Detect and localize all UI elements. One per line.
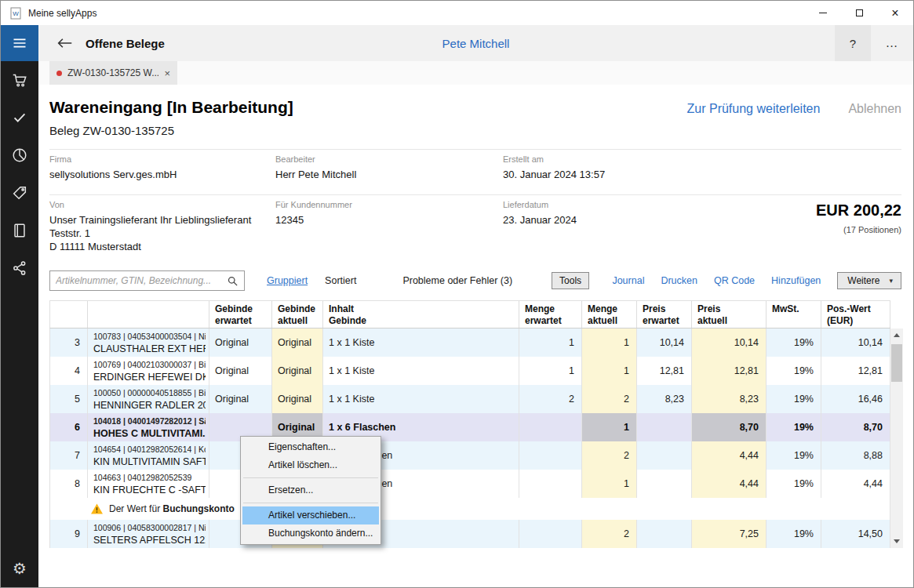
cell-preis-erwartet[interactable]: 12,81	[637, 357, 692, 385]
probleme-filter[interactable]: Probleme oder Fehler (3)	[402, 275, 512, 286]
cell-preis-aktuell[interactable]: 8,70	[692, 413, 767, 441]
cell-gebinde-aktuell[interactable]: Original	[272, 385, 323, 413]
close-button[interactable]: ×	[877, 1, 913, 25]
cell-menge-aktuell[interactable]: 1	[582, 470, 637, 498]
cell-mwst[interactable]: 19%	[767, 328, 821, 357]
cell-menge-aktuell[interactable]: 1	[582, 413, 637, 441]
cell-mwst[interactable]: 19%	[767, 441, 821, 470]
table-row-6[interactable]: 6104018 | 04001497282012 | Säft...HOHES …	[50, 413, 890, 441]
cell-gebinde-erwartet[interactable]: Original	[209, 328, 272, 357]
cell-preis-aktuell[interactable]: 10,14	[692, 328, 767, 357]
menu-item-artikel-loeschen[interactable]: Artikel löschen...	[242, 456, 379, 474]
cell-menge-aktuell[interactable]: 1	[582, 328, 637, 357]
cell-pos-wert[interactable]: 16,46	[821, 385, 890, 413]
cell-pos-wert[interactable]: 12,81	[821, 357, 890, 385]
reject-link[interactable]: Ablehnen	[848, 102, 901, 116]
cell-article[interactable]: 100050 | 00000040518855 | Bier...HENNING…	[88, 385, 209, 413]
tab-document[interactable]: ZW-0130-135725 W... ×	[49, 61, 177, 85]
cell-mwst[interactable]: 19%	[767, 357, 821, 385]
cell-menge-erwartet[interactable]	[519, 413, 582, 441]
menu-item-eigenschaften[interactable]: Eigenschaften...	[242, 438, 379, 456]
table-row-5[interactable]: 5100050 | 00000040518855 | Bier...HENNIN…	[50, 385, 890, 413]
drucken-link[interactable]: Drucken	[661, 275, 697, 286]
sidebar-item-prices[interactable]	[1, 174, 38, 212]
column-header-num[interactable]	[50, 301, 88, 328]
menu-item-ersetzen[interactable]: Ersetzen...	[242, 481, 379, 499]
sidebar-item-share[interactable]	[1, 249, 38, 287]
cell-preis-aktuell[interactable]: 4,44	[692, 470, 767, 498]
cell-gebinde-erwartet[interactable]: Original	[209, 385, 272, 413]
cell-article[interactable]: 100769 | 04002103000037 | Bier...ERDINGE…	[88, 357, 209, 385]
cell-article[interactable]: 104663 | 04012982052539KIN FRUECHTE C -S…	[88, 470, 209, 498]
sidebar-item-journal[interactable]	[1, 212, 38, 249]
hinzufuegen-link[interactable]: Hinzufügen	[771, 275, 821, 286]
table-row-3[interactable]: 3100783 | 04053400003504 | Nich...CLAUST…	[50, 328, 890, 357]
minimize-button[interactable]	[805, 1, 841, 25]
column-header-mwst[interactable]: MwSt.	[767, 301, 821, 328]
cell-num[interactable]: 9	[50, 520, 88, 548]
scroll-up-button[interactable]	[890, 328, 903, 342]
cell-menge-erwartet[interactable]: 2	[519, 385, 582, 413]
cell-menge-erwartet[interactable]	[519, 520, 582, 548]
cell-menge-erwartet[interactable]	[519, 441, 582, 470]
cell-preis-erwartet[interactable]	[637, 470, 692, 498]
more-options-button[interactable]: …	[871, 25, 913, 61]
menu-item-buchungskonto-aendern[interactable]: Buchungskonto ändern...	[242, 524, 379, 543]
column-header-preis-aktuell[interactable]: Preisaktuell	[692, 301, 767, 328]
cell-preis-aktuell[interactable]: 4,44	[692, 441, 767, 470]
help-button[interactable]: ?	[835, 25, 871, 61]
scrollbar-thumb[interactable]	[891, 344, 902, 382]
table-row-8[interactable]: 8104663 | 04012982052539KIN FRUECHTE C -…	[50, 470, 890, 498]
cell-num[interactable]: 4	[50, 357, 88, 385]
vertical-scrollbar[interactable]	[890, 328, 903, 548]
cell-num[interactable]: 8	[50, 470, 88, 498]
menu-item-artikel-verschieben[interactable]: Artikel verschieben...	[242, 506, 379, 524]
column-header-menge-erwartet[interactable]: Mengeerwartet	[519, 301, 582, 328]
tools-button[interactable]: Tools	[552, 272, 589, 289]
qr-code-link[interactable]: QR Code	[714, 275, 755, 286]
cell-preis-aktuell[interactable]: 12,81	[692, 357, 767, 385]
tab-close-icon[interactable]: ×	[164, 67, 170, 79]
menu-button[interactable]	[1, 25, 38, 61]
journal-link[interactable]: Journal	[612, 275, 644, 286]
cell-pos-wert[interactable]: 4,44	[821, 470, 890, 498]
cell-pos-wert[interactable]: 10,14	[821, 328, 890, 357]
column-header-inhalt-gebinde[interactable]: InhaltGebinde	[323, 301, 519, 328]
cell-article[interactable]: 104654 | 04012982052614 | Kon...KIN MULT…	[88, 441, 209, 470]
cell-menge-erwartet[interactable]	[519, 470, 582, 498]
cell-menge-erwartet[interactable]: 1	[519, 357, 582, 385]
cell-inhalt-gebinde[interactable]: 1 x 1 Kiste	[323, 385, 519, 413]
cell-gebinde-erwartet[interactable]: Original	[209, 357, 272, 385]
cell-mwst[interactable]: 19%	[767, 413, 821, 441]
forward-for-review-link[interactable]: Zur Prüfung weiterleiten	[687, 102, 821, 116]
cell-menge-aktuell[interactable]: 2	[582, 441, 637, 470]
cell-menge-aktuell[interactable]: 2	[582, 385, 637, 413]
cell-mwst[interactable]: 19%	[767, 385, 821, 413]
column-header-menge-aktuell[interactable]: Mengeaktuell	[582, 301, 637, 328]
table-row-4[interactable]: 4100769 | 04002103000037 | Bier...ERDING…	[50, 357, 890, 385]
cell-preis-aktuell[interactable]: 8,23	[692, 385, 767, 413]
cell-preis-erwartet[interactable]: 10,14	[637, 328, 692, 357]
sidebar-item-statistics[interactable]	[1, 136, 38, 174]
cell-pos-wert[interactable]: 8,70	[821, 413, 890, 441]
cell-pos-wert[interactable]: 8,88	[821, 441, 890, 470]
cell-preis-erwartet[interactable]	[637, 413, 692, 441]
cell-inhalt-gebinde[interactable]: 1 x 1 Kiste	[323, 328, 519, 357]
cell-mwst[interactable]: 19%	[767, 470, 821, 498]
scroll-down-button[interactable]	[890, 535, 903, 548]
cell-article[interactable]: 100906 | 04058300002817 | Nich...SELTERS…	[88, 520, 209, 548]
gruppiert-toggle[interactable]: Gruppiert	[267, 275, 308, 286]
cell-article[interactable]: 104018 | 04001497282012 | Säft...HOHES C…	[88, 413, 209, 441]
cell-num[interactable]: 5	[50, 385, 88, 413]
column-header-gebinde-erwartet[interactable]: Gebindeerwartet	[209, 301, 272, 328]
cell-gebinde-aktuell[interactable]: Original	[272, 357, 323, 385]
sidebar-item-settings[interactable]: ⚙	[1, 550, 38, 587]
cell-num[interactable]: 7	[50, 441, 88, 470]
weitere-dropdown-button[interactable]: Weitere ▾	[837, 272, 901, 289]
search-icon[interactable]	[227, 275, 239, 287]
cell-preis-erwartet[interactable]	[637, 441, 692, 470]
cell-preis-aktuell[interactable]: 7,25	[692, 520, 767, 548]
cell-num[interactable]: 3	[50, 328, 88, 357]
sidebar-item-cart[interactable]	[1, 61, 38, 99]
back-button[interactable]	[56, 37, 73, 49]
